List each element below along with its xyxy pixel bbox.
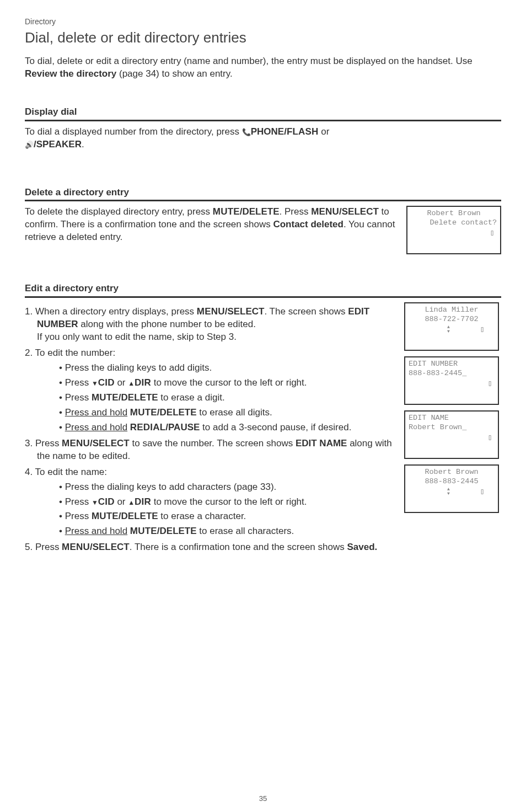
heading-edit-entry: Edit a directory entry (25, 282, 119, 295)
lcd-directory-entry: Linda Miller 888-722-7702 (404, 302, 499, 351)
lcd-edit-name: EDIT NAME Robert Brown_ (404, 410, 499, 459)
step-2: 2. To edit the number: Press the dialing… (25, 347, 396, 434)
battery-icon (490, 228, 495, 238)
battery-icon (488, 433, 492, 443)
page-number: 35 (0, 794, 526, 804)
lcd-saved-entry: Robert Brown 888-883-2445 (404, 464, 499, 513)
phone-icon (242, 126, 251, 137)
divider (25, 200, 501, 201)
divider (25, 120, 501, 121)
list-item: Press and hold REDIAL/PAUSE to add a 3-s… (59, 421, 396, 434)
battery-icon (488, 379, 492, 389)
battery-icon (480, 325, 485, 335)
nav-arrows-icon (447, 487, 450, 497)
lcd-delete-confirm: Robert Brown Delete contact? (406, 206, 501, 254)
battery-icon (480, 487, 485, 497)
edit-steps: 1. When a directory entry displays, pres… (25, 306, 396, 554)
up-triangle-icon (128, 377, 135, 388)
lcd-edit-number: EDIT NUMBER 888-883-2445_ (404, 356, 499, 405)
display-dial-text: To dial a displayed number from the dire… (25, 126, 501, 151)
step-5: 5. Press MENU/SELECT. There is a confirm… (25, 541, 396, 554)
list-item: Press and hold MUTE/DELETE to erase all … (59, 407, 396, 419)
intro-paragraph: To dial, delete or edit a directory entr… (25, 55, 501, 81)
speaker-icon (25, 139, 34, 149)
list-item: Press the dialing keys to add characters… (59, 481, 396, 494)
divider (25, 296, 501, 298)
step-3: 3. Press MENU/SELECT to save the number.… (25, 437, 396, 463)
delete-entry-text: To delete the displayed directory entry,… (25, 206, 399, 244)
down-triangle-icon (92, 496, 98, 507)
step-4: 4. To edit the name: Press the dialing k… (25, 466, 396, 538)
list-item: Press CID or DIR to move the cursor to t… (59, 377, 396, 389)
list-item: Press the dialing keys to add digits. (59, 362, 396, 375)
list-item: Press and hold MUTE/DELETE to erase all … (59, 525, 396, 538)
nav-arrows-icon (447, 325, 450, 335)
step-1: 1. When a directory entry displays, pres… (25, 306, 396, 344)
up-triangle-icon (128, 496, 135, 507)
breadcrumb: Directory (25, 17, 501, 27)
heading-delete-entry: Delete a directory entry (25, 186, 129, 199)
list-item: Press MUTE/DELETE to erase a character. (59, 510, 396, 523)
page-title: Dial, delete or edit directory entries (25, 28, 501, 47)
list-item: Press MUTE/DELETE to erase a digit. (59, 392, 396, 404)
list-item: Press CID or DIR to move the cursor to t… (59, 496, 396, 509)
down-triangle-icon (92, 377, 98, 388)
heading-display-dial: Display dial (25, 106, 77, 119)
